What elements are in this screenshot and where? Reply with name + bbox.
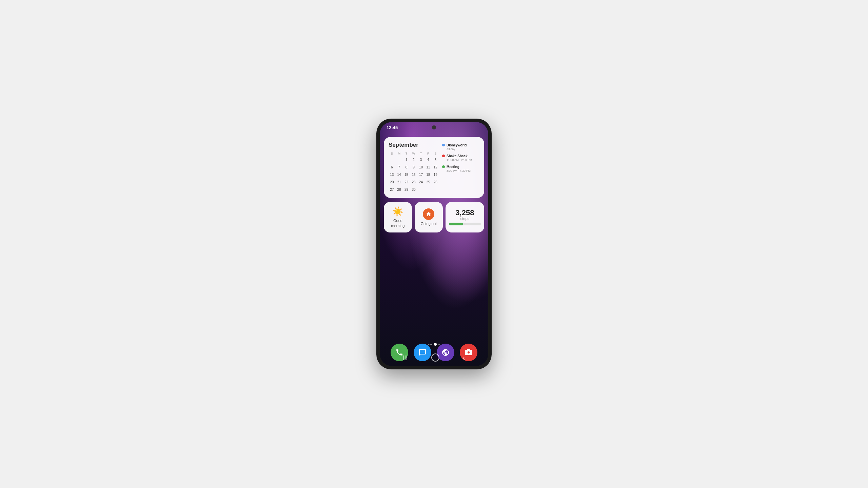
calendar-widget[interactable]: September S M T W T F S 1 2 [384,137,484,198]
event-dot-meeting [442,165,445,168]
weather-label: Good morning [387,218,409,228]
cal-header-w: W [410,151,417,156]
cal-header-t1: T [403,151,410,156]
status-bar: 12:45 [380,122,488,133]
cal-day-23: 23 [410,179,417,186]
cal-header-s2: S [432,151,439,156]
steps-bar-fill [449,223,463,225]
widgets-row: ☀️ Good morning Going out 3,258 [384,202,484,232]
cal-day-empty2 [396,157,402,163]
cal-day-30: 30 [410,186,417,193]
recent-apps-button[interactable]: ||| [400,352,411,363]
cal-day-2: 2 [410,157,417,163]
cal-day-9: 9 [410,164,417,171]
event-time-disneyworld: All day [447,147,479,151]
cal-day-14: 14 [396,171,402,178]
cal-day-8: 8 [403,164,410,171]
cal-day-empty5 [432,186,439,193]
cal-header-t2: T [418,151,424,156]
home-icon [423,208,434,220]
cal-day-21: 21 [396,179,402,186]
navigation-bar: ||| ‹ [380,349,488,366]
sun-icon: ☀️ [392,206,403,217]
cal-day-15: 15 [403,171,410,178]
status-time: 12:45 [387,125,398,130]
cal-day-26: 26 [432,179,439,186]
cal-day-20: 20 [389,179,395,186]
cal-day-28: 28 [396,186,402,193]
cal-day-10: 10 [418,164,424,171]
cal-day-empty3 [418,186,424,193]
event-title-disneyworld: Disneyworld [447,143,479,147]
cal-day-12: 12 [432,164,439,171]
event-dot-disneyworld [442,144,445,146]
calendar-month: September [389,142,439,148]
cal-day-24: 24 [418,179,424,186]
cal-day-25: 25 [425,179,431,186]
cal-day-16: 16 [410,171,417,178]
phone-screen: 12:45 September S M T W T F S [380,122,488,366]
home-widget[interactable]: Going out [415,202,443,232]
calendar-grid: S M T W T F S 1 2 3 4 5 [389,151,439,193]
phone-device: 12:45 September S M T W T F S [376,119,492,369]
steps-bar [449,223,481,225]
back-button[interactable]: ‹ [460,351,468,364]
cal-day-11: 11 [425,164,431,171]
home-screen-content: September S M T W T F S 1 2 [380,133,488,339]
event-dot-shake-shack [442,155,445,157]
weather-widget[interactable]: ☀️ Good morning [384,202,412,232]
cal-day-17: 17 [418,171,424,178]
home-label: Going out [420,221,437,226]
cal-day-18: 18 [425,171,431,178]
event-meeting: Meeting 3:00 PM - 4:30 PM [442,165,479,173]
cal-day-5: 5 [432,157,439,163]
cal-header-m: M [396,151,402,156]
cal-day-3: 3 [418,157,424,163]
cal-day-1: 1 [403,157,410,163]
cal-header-f: F [425,151,431,156]
event-time-shake-shack: 11:00 AM - 2:00 PM [447,158,479,162]
event-title-meeting: Meeting [447,165,479,169]
calendar-events: Disneyworld All day Shake Shack 11:00 AM… [442,142,479,193]
cal-day-27: 27 [389,186,395,193]
cal-day-13: 13 [389,171,395,178]
cal-day-29: 29 [403,186,410,193]
steps-label: steps [460,217,469,221]
cal-day-22: 22 [403,179,410,186]
cal-day-6: 6 [389,164,395,171]
steps-widget[interactable]: 3,258 steps [446,202,484,232]
home-button[interactable] [431,353,439,362]
event-title-shake-shack: Shake Shack [447,154,479,158]
steps-count: 3,258 [455,209,474,217]
calendar-left: September S M T W T F S 1 2 [389,142,439,193]
event-shake-shack: Shake Shack 11:00 AM - 2:00 PM [442,154,479,162]
cal-day-empty1 [389,157,395,163]
event-time-meeting: 3:00 PM - 4:30 PM [447,169,479,173]
event-disneyworld: Disneyworld All day [442,143,479,151]
cal-day-empty4 [425,186,431,193]
cal-day-19: 19 [432,171,439,178]
cal-day-7: 7 [396,164,402,171]
cal-day-4: 4 [425,157,431,163]
cal-header-s1: S [389,151,395,156]
